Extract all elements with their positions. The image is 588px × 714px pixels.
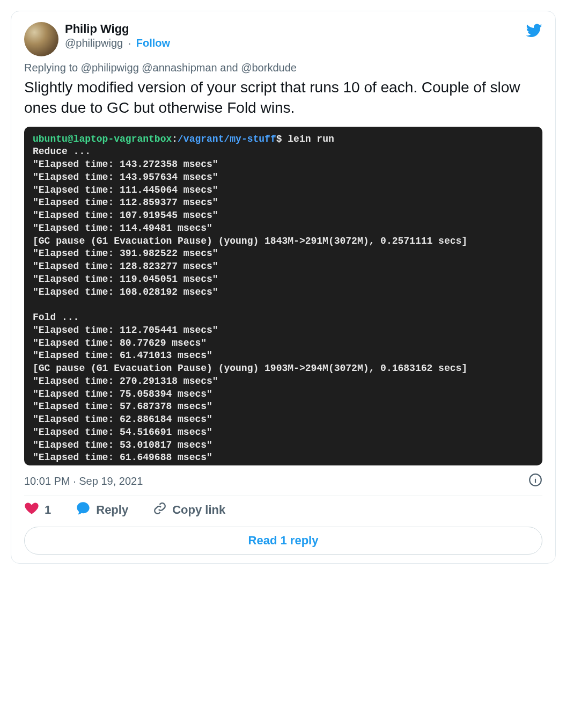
copy-link-button[interactable]: Copy link <box>153 501 225 519</box>
reply-button[interactable]: Reply <box>76 501 128 519</box>
read-replies-button[interactable]: Read 1 reply <box>24 527 542 555</box>
user-block[interactable]: Philip Wigg @philipwigg · Follow <box>24 22 170 56</box>
separator-dot: · <box>125 37 134 49</box>
actions-row: 1 Reply Copy link <box>24 501 542 519</box>
terminal-line: "Elapsed time: 61.649688 msecs" <box>33 451 534 464</box>
user-handle[interactable]: @philipwigg <box>65 37 123 49</box>
info-icon[interactable] <box>528 473 542 490</box>
terminal-line: "Elapsed time: 391.982522 msecs" <box>33 247 534 260</box>
terminal-line: "Elapsed time: 112.705441 msecs" <box>33 324 534 337</box>
terminal-line <box>33 298 534 311</box>
terminal-output: Reduce ..."Elapsed time: 143.272358 msec… <box>33 145 534 464</box>
terminal-line: "Elapsed time: 119.045051 msecs" <box>33 273 534 286</box>
terminal-line: "Elapsed time: 270.291318 msecs" <box>33 375 534 388</box>
like-count: 1 <box>45 503 51 517</box>
terminal-line: "Elapsed time: 112.859377 msecs" <box>33 196 534 209</box>
reply-label: Reply <box>96 503 128 517</box>
terminal-screenshot: ubuntu@laptop-vagrantbox:/vagrant/my-stu… <box>24 127 542 466</box>
terminal-line: "Elapsed time: 61.471013 msecs" <box>33 349 534 362</box>
prompt-path: /vagrant/my-stuff <box>178 134 276 144</box>
copy-link-label: Copy link <box>172 503 225 517</box>
reply-context[interactable]: Replying to @philipwigg @annashipman and… <box>24 62 542 74</box>
avatar[interactable] <box>24 22 58 56</box>
terminal-line: "Elapsed time: 54.516691 msecs" <box>33 426 534 439</box>
terminal-line: "Elapsed time: 143.272358 msecs" <box>33 158 534 171</box>
svg-point-2 <box>535 477 535 477</box>
prompt-user: ubuntu@laptop-vagrantbox <box>33 134 172 144</box>
heart-icon <box>24 501 39 519</box>
terminal-line: Fold ... <box>33 311 534 324</box>
tweet-card: Philip Wigg @philipwigg · Follow Replyin… <box>11 11 556 564</box>
follow-link[interactable]: Follow <box>136 37 170 49</box>
terminal-line: "Elapsed time: 108.028192 msecs" <box>33 286 534 299</box>
reply-icon <box>76 501 91 519</box>
terminal-line: "Elapsed time: 107.919545 msecs" <box>33 209 534 222</box>
terminal-prompt-line: ubuntu@laptop-vagrantbox:/vagrant/my-stu… <box>33 133 534 146</box>
terminal-command: lein run <box>282 134 334 144</box>
prompt-dollar: $ <box>276 134 282 144</box>
terminal-line: "Elapsed time: 80.77629 msecs" <box>33 337 534 350</box>
terminal-line: Reduce ... <box>33 145 534 158</box>
tweet-text: Slightly modified version of your script… <box>24 77 542 118</box>
link-icon <box>153 501 167 519</box>
tweet-header: Philip Wigg @philipwigg · Follow <box>24 22 542 56</box>
twitter-logo-icon[interactable] <box>525 22 542 41</box>
terminal-line: "Elapsed time: 143.957634 msecs" <box>33 171 534 184</box>
terminal-line: "Elapsed time: 114.49481 msecs" <box>33 222 534 235</box>
display-name[interactable]: Philip Wigg <box>65 22 129 36</box>
divider <box>24 495 542 496</box>
terminal-line: "Elapsed time: 128.823277 msecs" <box>33 260 534 273</box>
like-button[interactable]: 1 <box>24 501 51 519</box>
tweet-timestamp[interactable]: 10:01 PM · Sep 19, 2021 <box>24 475 143 487</box>
terminal-line: "Elapsed time: 53.010817 msecs" <box>33 439 534 452</box>
terminal-line: "Elapsed time: 62.886184 msecs" <box>33 413 534 426</box>
terminal-line: [GC pause (G1 Evacuation Pause) (young) … <box>33 362 534 375</box>
terminal-line: "Elapsed time: 75.058394 msecs" <box>33 388 534 401</box>
terminal-line: "Elapsed time: 57.687378 msecs" <box>33 400 534 413</box>
terminal-line: "Elapsed time: 111.445064 msecs" <box>33 184 534 197</box>
terminal-line: [GC pause (G1 Evacuation Pause) (young) … <box>33 235 534 248</box>
